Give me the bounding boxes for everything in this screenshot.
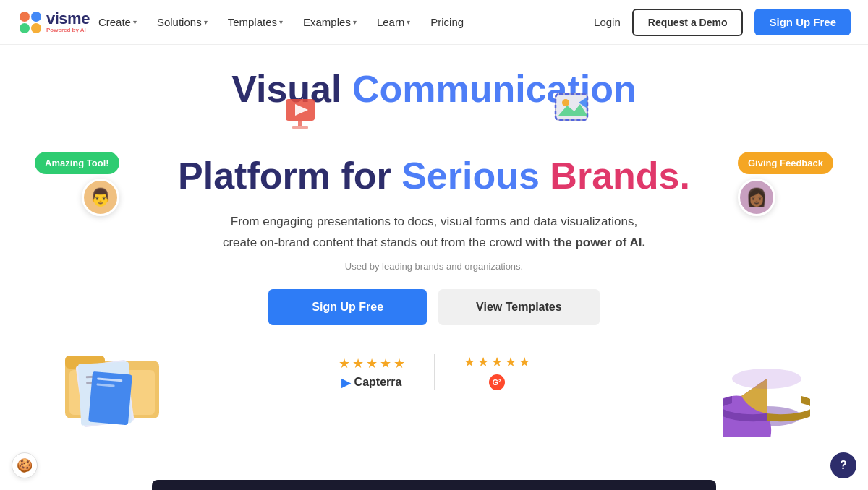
g2-logo: G² (489, 374, 505, 390)
floating-folder (58, 335, 174, 432)
giving-feedback-bubble: Giving Feedback (738, 152, 833, 174)
avatar-female: 👩🏾 (738, 179, 775, 216)
svg-rect-6 (298, 121, 302, 126)
svg-point-0 (20, 12, 30, 22)
title-platform: Platform (178, 155, 331, 197)
hero-subtitle: From engaging presentations to docs, vis… (223, 212, 645, 254)
svg-point-24 (732, 369, 801, 389)
nav-pricing[interactable]: Pricing (422, 10, 472, 34)
floating-icon-presentation (282, 95, 318, 134)
floating-icon-image (553, 91, 593, 132)
nav-examples[interactable]: Examples ▾ (294, 10, 365, 34)
g2-stars: ★ ★ ★ ★ ★ (464, 354, 530, 370)
cta-buttons: Sign Up Free View Templates (268, 289, 599, 325)
logo-text: visme (46, 11, 90, 27)
nav-solutions[interactable]: Solutions ▾ (148, 10, 216, 34)
help-button[interactable]: ? (830, 452, 856, 478)
nav-create[interactable]: Create ▾ (90, 10, 145, 34)
avatar-male: 👨 (82, 179, 119, 216)
request-demo-button[interactable]: Request a Demo (632, 9, 744, 36)
svg-point-3 (31, 23, 41, 33)
nav-learn[interactable]: Learn ▾ (368, 10, 419, 34)
navbar: visme Powered by AI Create ▾ Solutions ▾… (0, 0, 868, 45)
title-communication: Communication (352, 68, 637, 110)
svg-rect-7 (292, 126, 308, 129)
hero-signup-button[interactable]: Sign Up Free (268, 289, 427, 325)
hero-used-by: Used by leading brands and organizations… (345, 261, 523, 272)
capterra-rating: ★ ★ ★ ★ ★ ▶ Capterra (310, 356, 434, 390)
capterra-logo: ▶ Capterra (341, 376, 402, 390)
svg-point-10 (562, 99, 569, 106)
nav-templates[interactable]: Templates ▾ (219, 10, 292, 34)
g2-rating: ★ ★ ★ ★ ★ G² (435, 354, 559, 390)
chevron-down-icon: ▾ (279, 18, 283, 26)
svg-point-2 (20, 23, 30, 33)
title-for: for (341, 155, 391, 197)
capterra-stars: ★ ★ ★ ★ ★ (339, 356, 405, 371)
title-serious: Serious (401, 155, 540, 197)
nav-links: Create ▾ Solutions ▾ Templates ▾ Example… (90, 10, 594, 34)
floating-pie-chart (723, 357, 810, 439)
chevron-down-icon: ▾ (407, 18, 410, 26)
chevron-down-icon: ▾ (204, 18, 208, 26)
cookie-button[interactable]: 🍪 (12, 452, 38, 478)
chevron-down-icon: ▾ (353, 18, 357, 26)
title-brands: Brands. (550, 155, 690, 197)
capterra-icon: ▶ (341, 376, 350, 390)
chevron-down-icon: ▾ (133, 18, 137, 26)
ratings-row: ★ ★ ★ ★ ★ ▶ Capterra ★ ★ ★ ★ ★ G² (310, 354, 559, 390)
visme-logo-icon (17, 9, 43, 35)
login-button[interactable]: Login (594, 16, 621, 28)
logo[interactable]: visme Powered by AI (17, 9, 90, 35)
nav-right: Login Request a Demo Sign Up Free (594, 9, 851, 36)
amazing-tool-bubble: Amazing Tool! (35, 152, 119, 174)
svg-rect-8 (556, 94, 587, 120)
bottom-preview-bar (152, 480, 716, 490)
nav-signup-button[interactable]: Sign Up Free (754, 9, 851, 35)
view-templates-button[interactable]: View Templates (438, 289, 600, 325)
svg-point-1 (31, 12, 41, 22)
hero-title: Visual Communication Platform for Seriou… (178, 68, 690, 197)
floating-amazing-tool: Amazing Tool! 👨 (35, 152, 119, 216)
logo-powered: Powered by AI (46, 27, 90, 33)
floating-giving-feedback: Giving Feedback 👩🏾 (738, 152, 833, 216)
g2-icon: G² (489, 374, 505, 390)
